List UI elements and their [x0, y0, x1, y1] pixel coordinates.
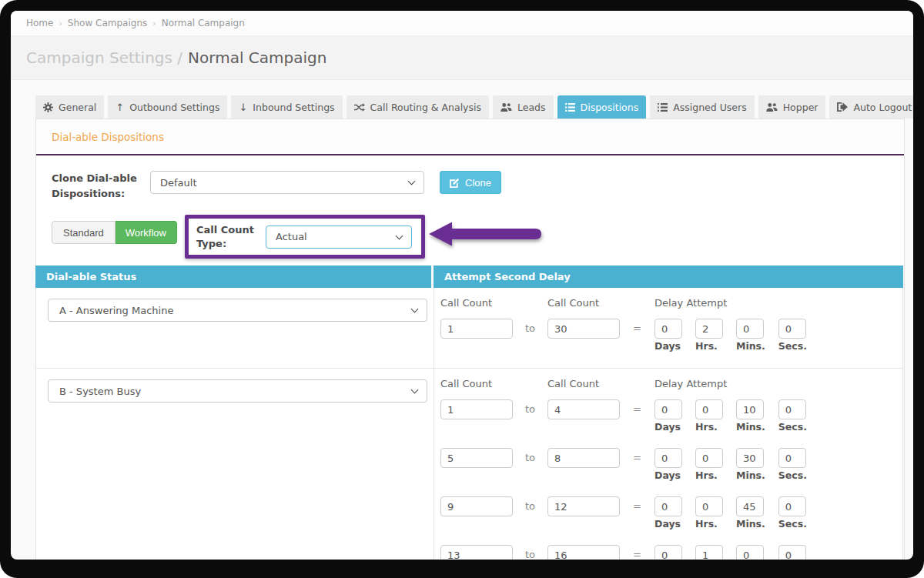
seconds-input[interactable]	[778, 448, 806, 468]
chevron-down-icon	[411, 386, 419, 394]
seconds-input[interactable]	[778, 319, 806, 339]
call-count-to-input[interactable]	[547, 496, 620, 516]
status-select-a[interactable]: A - Answering Machine	[48, 299, 427, 322]
page-title: Normal Campaign	[188, 48, 326, 67]
tab-outbound-settings[interactable]: ↑ Outbound Settings	[108, 95, 227, 119]
tab-label: Outbound Settings	[129, 102, 219, 113]
column-header-status: Dial-able Status	[35, 266, 434, 288]
call-count-to-input[interactable]	[547, 448, 620, 468]
to-label: to	[513, 545, 547, 560]
status-value: A - Answering Machine	[59, 305, 173, 316]
tab-label: Assigned Users	[673, 102, 747, 113]
mode-button-group: Standard Workflow	[52, 221, 177, 244]
days-label: Days	[654, 422, 682, 433]
status-select-b[interactable]: B - System Busy	[48, 379, 427, 403]
call-count-to-input[interactable]	[547, 319, 620, 339]
shuffle-icon	[354, 103, 365, 112]
seconds-label: Secs.	[778, 470, 807, 481]
tab-assigned-users[interactable]: Assigned Users	[650, 95, 755, 119]
minutes-input[interactable]	[736, 496, 764, 516]
minutes-input[interactable]	[736, 319, 764, 339]
clone-row: Clone Dial-able Dispositions: Default Cl…	[52, 171, 889, 201]
tab-dispositions[interactable]: Dispositions	[557, 95, 647, 119]
panel-heading: Dial-able Dispositions	[36, 119, 904, 155]
tab-auto-logout[interactable]: Auto Logout	[829, 95, 913, 119]
minutes-label: Mins.	[736, 422, 765, 433]
dispositions-panel: Dial-able Dispositions Clone Dial-able D…	[35, 119, 905, 560]
window-frame: Home › Show Campaigns › Normal Campaign …	[0, 0, 924, 578]
hours-input[interactable]	[695, 448, 723, 468]
to-label: to	[513, 399, 547, 415]
days-input[interactable]	[654, 399, 682, 419]
tab-leads[interactable]: Leads	[493, 95, 554, 119]
breadcrumb-home[interactable]: Home	[26, 18, 53, 28]
hours-input[interactable]	[695, 319, 723, 339]
tab-label: Inbound Settings	[253, 102, 334, 113]
days-input[interactable]	[654, 448, 682, 468]
call-count-type-select[interactable]: Actual	[266, 226, 412, 249]
call-count-from-input[interactable]	[440, 496, 513, 516]
workflow-button[interactable]: Workflow	[116, 221, 177, 244]
minutes-input[interactable]	[736, 545, 764, 560]
call-count-from-input[interactable]	[440, 399, 513, 419]
call-count-from-input[interactable]	[440, 448, 513, 468]
users-icon	[766, 102, 778, 112]
call-count-type-label: Call Count Type:	[196, 223, 255, 250]
edit-icon	[450, 178, 460, 188]
clone-button[interactable]: Clone	[440, 171, 501, 194]
tab-label: Auto Logout	[853, 102, 912, 113]
list-icon	[565, 103, 575, 112]
seconds-label: Secs.	[778, 519, 807, 530]
users-icon	[500, 102, 512, 112]
seconds-label: Secs.	[778, 422, 807, 433]
minutes-input[interactable]	[736, 399, 764, 419]
app-screen: Home › Show Campaigns › Normal Campaign …	[11, 11, 913, 560]
breadcrumb-show-campaigns[interactable]: Show Campaigns	[68, 18, 147, 28]
clone-button-label: Clone	[465, 177, 491, 189]
call-count-to-input[interactable]	[547, 545, 620, 560]
days-input[interactable]	[654, 545, 682, 560]
tab-label: Hopper	[783, 102, 819, 113]
hours-label: Hrs.	[695, 422, 723, 433]
list-icon	[658, 103, 668, 112]
standard-button[interactable]: Standard	[52, 221, 116, 244]
tab-label: Call Routing & Analysis	[370, 102, 481, 113]
table-row: A - Answering Machine Call Count Call Co…	[35, 288, 903, 369]
minutes-input[interactable]	[736, 448, 764, 468]
hours-input[interactable]	[695, 496, 723, 516]
tab-label: Dispositions	[581, 102, 639, 113]
column-header-delay: Attempt Second Delay	[434, 266, 903, 288]
tab-inbound-settings[interactable]: ↓ Inbound Settings	[231, 95, 342, 119]
arrow-down-icon: ↓	[239, 102, 247, 112]
call-count-to-input[interactable]	[547, 399, 620, 419]
breadcrumb-current: Normal Campaign	[162, 18, 245, 28]
arrow-up-icon: ↑	[116, 102, 124, 112]
seconds-input[interactable]	[778, 496, 806, 516]
tab-call-routing[interactable]: Call Routing & Analysis	[346, 95, 489, 119]
call-count-from-label: Call Count	[440, 297, 547, 309]
gear-icon	[43, 102, 53, 112]
days-input[interactable]	[654, 319, 682, 339]
chevron-down-icon	[396, 232, 403, 239]
call-count-from-input[interactable]	[440, 545, 513, 560]
tab-label: Leads	[517, 102, 546, 113]
seconds-input[interactable]	[778, 399, 806, 419]
equals-label: =	[620, 399, 654, 415]
tab-general[interactable]: General	[35, 95, 104, 119]
minutes-label: Mins.	[736, 341, 765, 352]
call-count-type-value: Actual	[276, 231, 307, 242]
call-count-from-input[interactable]	[440, 319, 513, 339]
days-input[interactable]	[654, 496, 682, 516]
seconds-input[interactable]	[778, 545, 806, 560]
to-label: to	[513, 496, 547, 512]
equals-label: =	[620, 545, 654, 560]
tab-hopper[interactable]: Hopper	[758, 95, 826, 119]
delay-attempt-label: Delay Attempt	[654, 297, 727, 309]
hours-input[interactable]	[695, 545, 723, 560]
chevron-down-icon	[411, 306, 419, 313]
tab-bar: General ↑ Outbound Settings ↓ Inbound Se…	[35, 95, 902, 119]
hours-label: Hrs.	[695, 470, 723, 481]
hours-input[interactable]	[695, 399, 723, 419]
clone-dispositions-select[interactable]: Default	[150, 171, 424, 194]
equals-label: =	[620, 448, 654, 463]
